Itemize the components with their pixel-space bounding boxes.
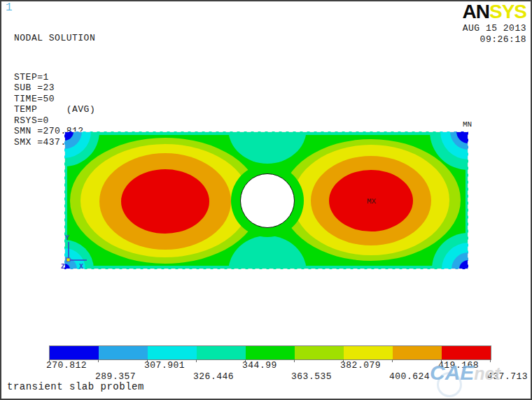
legend-label: 363.535 [291,371,332,382]
triad-y-label: Y [65,234,69,242]
triad-origin [66,258,70,262]
triad-z-label: Z [61,263,65,271]
ansys-logo-sys: SYS [489,1,526,22]
legend-tick [49,359,50,362]
legend-tick [294,359,295,362]
legend-tick [245,359,246,362]
brand-block: ANSYS AUG 15 2013 09:26:18 [463,3,526,45]
legend-label: 289.357 [95,371,136,382]
date-text: AUG 15 2013 [463,23,526,34]
coordinate-triad: Y Z X [60,232,95,271]
legend-bar [49,345,491,360]
ansys-logo: ANSYS [463,3,526,21]
legend-band [295,346,344,359]
legend-tick [392,359,393,362]
legend-label: 326.446 [193,371,234,382]
legend-band [148,346,197,359]
legend-tick [196,359,197,362]
plot-number: 1 [6,1,13,14]
legend-band [50,346,99,359]
watermark: CAEnet [430,361,500,385]
triad-x-label: X [79,263,83,271]
time-text: 09:26:18 [463,34,526,45]
plot-caption: transient slab problem [7,381,144,392]
legend-tick [147,359,148,362]
legend-label: 400.624 [389,371,430,382]
contour-plot: MX [64,131,468,269]
hole [241,174,295,228]
max-temp-marker: MX [367,197,377,206]
ansys-logo-an: AN [463,1,489,22]
legend-tick [98,359,99,362]
solution-line: TEMP (AVG) [14,104,95,115]
legend-band [99,346,148,359]
watermark-part2: net [474,364,500,383]
datetime-block: AUG 15 2013 09:26:18 [463,23,526,45]
watermark-part1: CAE [430,361,474,384]
legend-band [393,346,442,359]
legend-band [344,346,393,359]
solution-line: STEP=1 [14,72,95,83]
legend-band [197,346,246,359]
solution-line: TIME=50 [14,94,95,105]
ansys-graphics-window: 1 NODAL SOLUTION STEP=1SUB =23TIME=50TEM… [0,0,532,400]
solution-line: RSYS=0 [14,115,95,127]
solution-line: SUB =23 [14,83,95,94]
solution-title: NODAL SOLUTION [14,33,95,44]
legend-tick [343,359,344,362]
legend-band [246,346,295,359]
min-temp-marker: MN [463,120,472,129]
legend-ticks [49,359,491,363]
legend-band [442,346,491,359]
left-zone-red [121,169,209,234]
